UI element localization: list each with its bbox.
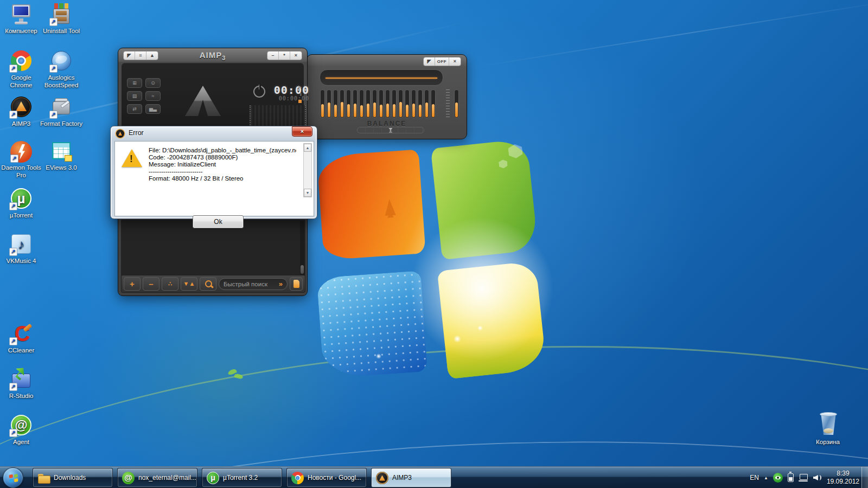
search-icon[interactable]: [200, 277, 216, 291]
eq-band-slider[interactable]: [372, 89, 377, 118]
balance-thumb[interactable]: [388, 128, 393, 133]
radio-button[interactable]: ⊙: [145, 78, 161, 88]
icon-label: R-Studio: [0, 393, 42, 400]
remove-button[interactable]: –: [143, 277, 159, 291]
desktop-icon-agent[interactable]: @ Agent: [0, 413, 42, 446]
error-dialog-scrollbar[interactable]: ▲ ▼: [303, 143, 312, 197]
battery-icon[interactable]: [788, 473, 794, 482]
eq-band-slider[interactable]: [359, 89, 364, 118]
error-dialog-body: File: D:\Downloads\dj_pablo_-_battle_tim…: [114, 141, 314, 216]
desktop-icon-google-chrome[interactable]: Google Chrome: [0, 49, 42, 89]
desktop-icon-uninstall-tool[interactable]: Uninstall Tool: [40, 2, 82, 35]
window-corner-button[interactable]: ◤: [424, 57, 435, 66]
eq-band-slider[interactable]: [411, 89, 416, 118]
taskbar-button-mail-agent[interactable]: @ nox_eternal@mail...: [117, 468, 197, 487]
eq-band-slider[interactable]: [366, 89, 371, 118]
desktop-icon-computer[interactable]: Компьютер: [0, 2, 42, 35]
desktop-icon-aimp3[interactable]: AIMP3: [0, 95, 42, 128]
error-dialog-titlebar[interactable]: Error ×: [111, 126, 317, 140]
flag-center-glow: [398, 205, 566, 373]
playlist-file-icon[interactable]: [290, 277, 303, 291]
eq-band-slider[interactable]: [333, 89, 338, 118]
clock[interactable]: 8:39 19.09.2012: [827, 470, 859, 486]
add-button[interactable]: +: [124, 277, 141, 291]
hidden-icons-button[interactable]: ▲: [764, 476, 768, 480]
eq-band-slider[interactable]: [346, 89, 351, 118]
equalizer-off-button[interactable]: OFF: [435, 57, 449, 66]
minimize-button[interactable]: –: [267, 52, 279, 60]
tree-silhouette: [384, 199, 396, 216]
sort-button[interactable]: ▼▲: [181, 277, 197, 291]
close-button[interactable]: ×: [290, 52, 302, 60]
balance-slider[interactable]: [357, 127, 424, 133]
utorrent-icon: µ: [207, 472, 219, 484]
eq-band-slider[interactable]: [418, 89, 423, 118]
eq-preamp-slider[interactable]: [454, 89, 459, 118]
taskbar-button-label: Downloads: [54, 474, 86, 481]
ok-button[interactable]: Ok: [193, 215, 244, 228]
taskbar-button-chrome[interactable]: Новости - Googl...: [286, 468, 367, 487]
quick-search-input[interactable]: Быстрый поиск »: [219, 278, 288, 290]
scroll-up-icon[interactable]: ▲: [304, 144, 311, 152]
wallpaper-windows-flag: [314, 140, 545, 353]
player-titlebar[interactable]: ◤ ≡ ▲ AIMP3 – * ×: [118, 48, 307, 62]
playlist-scrollbar[interactable]: [300, 221, 304, 276]
wave-button[interactable]: ≈: [145, 91, 161, 101]
desktop-icon-ccleaner[interactable]: C CCleaner: [0, 322, 42, 355]
show-desktop-button[interactable]: [861, 467, 868, 488]
mini-pause-icon[interactable]: ‖: [300, 92, 302, 97]
shuffle-button[interactable]: ⇄: [127, 104, 142, 114]
utorrent-icon: µ: [9, 187, 33, 210]
icon-label: Agent: [0, 439, 42, 446]
eq-band-slider[interactable]: [353, 89, 358, 118]
power-icon[interactable]: [253, 86, 265, 98]
eq-band-slider[interactable]: [379, 89, 384, 118]
eq-band-slider[interactable]: [405, 89, 410, 118]
error-dialog-close-button[interactable]: ×: [292, 126, 312, 137]
cover-button[interactable]: ▤: [127, 91, 142, 101]
eq-band-slider[interactable]: [392, 89, 397, 118]
desktop-icon-eviews[interactable]: EViews 3.0: [40, 139, 82, 172]
eq-band-slider[interactable]: [424, 89, 429, 118]
aimp-icon: [9, 95, 33, 119]
taskbar-button-utorrent[interactable]: µ µTorrent 3.2: [202, 468, 282, 487]
tray-eye-icon[interactable]: [773, 473, 783, 483]
language-indicator[interactable]: EN: [750, 474, 759, 481]
taskbar-button-downloads[interactable]: Downloads: [33, 468, 113, 487]
equalizer-close-button[interactable]: ×: [449, 57, 461, 66]
taskbar-button-aimp3[interactable]: AIMP3: [371, 468, 451, 487]
network-icon[interactable]: [799, 474, 808, 481]
group-button[interactable]: ∴: [162, 277, 178, 291]
start-button[interactable]: [3, 467, 23, 488]
eviews-icon: [49, 139, 73, 163]
equalizer-toggle-button[interactable]: ▅▃: [145, 104, 161, 114]
eq-band-slider[interactable]: [398, 89, 403, 118]
playlist-scroll-thumb[interactable]: [301, 265, 304, 274]
taskbar-button-label: AIMP3: [392, 474, 412, 481]
desktop-icon-recycle-bin[interactable]: Корзина: [807, 412, 849, 446]
balance-label: BALANCE: [307, 120, 467, 127]
desktop-icon-vkmusic[interactable]: ♪ VKMusic 4: [0, 232, 42, 265]
eq-band-slider[interactable]: [340, 89, 344, 118]
eq-band-slider[interactable]: [327, 89, 331, 118]
search-placeholder: Быстрый поиск: [224, 281, 267, 287]
desktop-icon-auslogics-boostspeed[interactable]: Auslogics BoostSpeed: [40, 49, 82, 89]
icon-label: VKMusic 4: [0, 258, 42, 265]
eq-band-slider[interactable]: [431, 89, 436, 118]
wallpaper-sprout: [234, 373, 244, 380]
error-line-file: File: D:\Downloads\dj_pablo_-_battle_tim…: [149, 147, 296, 154]
scroll-down-icon[interactable]: ▼: [304, 189, 311, 197]
eq-band-slider[interactable]: [385, 89, 390, 118]
playlist-toggle-button[interactable]: ⊞: [127, 78, 142, 88]
search-more-icon[interactable]: »: [279, 279, 283, 290]
mini-stop-icon[interactable]: [298, 100, 302, 103]
mini-play-icon[interactable]: ▶: [298, 85, 302, 89]
desktop-icon-daemon-tools[interactable]: Daemon Tools Pro: [0, 141, 42, 179]
desktop-icon-rstudio[interactable]: R-Studio: [0, 367, 42, 400]
always-on-top-button[interactable]: *: [279, 52, 290, 60]
desktop-icon-utorrent[interactable]: µ µTorrent: [0, 187, 42, 220]
desktop-icon-format-factory[interactable]: Format Factory: [40, 95, 82, 128]
chrome-icon: [291, 472, 304, 484]
speaker-icon[interactable]: [813, 474, 822, 481]
eq-band-slider[interactable]: [320, 89, 325, 118]
